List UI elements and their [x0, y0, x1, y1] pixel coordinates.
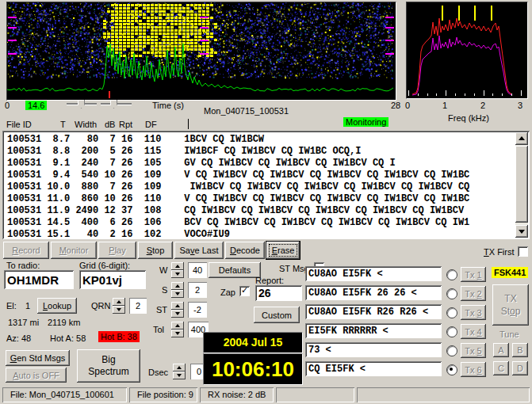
spin-up-icon: [171, 302, 184, 310]
tx-message-1-input[interactable]: [305, 266, 442, 281]
tune-a-button[interactable]: A: [493, 343, 509, 357]
defaults-button[interactable]: Defaults: [209, 262, 261, 278]
tx3-button[interactable]: Tx 3: [461, 305, 486, 320]
decode-row[interactable]: 100531 8.8 200 5 26 115 IW1BCF CQ IW1BCV…: [7, 146, 514, 158]
tune-b-button[interactable]: B: [512, 343, 528, 357]
tune-d-button[interactable]: D: [512, 361, 528, 375]
big-spectrum-line1: Big: [101, 354, 115, 365]
waterfall-display[interactable]: [7, 2, 394, 98]
tx-message-2-input[interactable]: [305, 285, 442, 300]
big-spectrum-button[interactable]: BigSpectrum: [77, 349, 140, 383]
wsjt-main-window: 0 14.6 Time (s) Mon_040715_100531 28 0 1…: [0, 0, 532, 404]
w-value[interactable]: 40: [188, 262, 207, 278]
status-file-position: File position: 9 s: [129, 387, 197, 402]
tx5-button[interactable]: Tx 5: [461, 343, 486, 358]
spin-up-icon: [171, 322, 184, 330]
st-spinner[interactable]: [171, 302, 184, 318]
s-spinner-label: S: [162, 285, 167, 295]
mode-badge: FSK441: [492, 267, 528, 278]
w-spinner[interactable]: [171, 262, 184, 278]
tx6-button[interactable]: Tx 6: [461, 362, 486, 377]
time-cursor-value: 14.6: [25, 101, 47, 110]
tx-message-6-radio[interactable]: [446, 364, 457, 375]
big-spectrum-line2: Spectrum: [88, 366, 128, 377]
tx-message-4-input[interactable]: [305, 323, 442, 338]
tune-label: Tune: [499, 330, 519, 339]
freq-tick-0: 0: [405, 101, 410, 110]
tx-message-6-input[interactable]: [305, 361, 442, 376]
decode-row[interactable]: 100531 11.9 2490 12 37 108 CQ IW1BCV CQ …: [7, 205, 514, 217]
zero-slider-thumb[interactable]: [110, 100, 117, 109]
to-radio-input[interactable]: [4, 270, 74, 289]
tx4-button[interactable]: Tx 4: [461, 324, 486, 339]
decode-row[interactable]: 100531 8.7 80 7 16 110 1BCV CQ IW1BCW: [7, 134, 514, 146]
date-display: 2004 Jul 15: [203, 332, 303, 353]
stop-button[interactable]: Stop: [138, 242, 173, 259]
st-spinner-label: ST: [156, 305, 167, 314]
qrn-spinner-label: QRN: [91, 301, 110, 311]
qrn-value[interactable]: 2: [129, 298, 147, 314]
tx-message-5-radio[interactable]: [446, 345, 457, 356]
dsec-spinner[interactable]: [173, 364, 186, 379]
decode-button[interactable]: Decode: [225, 242, 265, 259]
tx-message-3-input[interactable]: [305, 304, 442, 319]
decode-row[interactable]: 100531 11.0 860 10 26 110 V CQ IW1BCV CQ…: [7, 193, 514, 205]
scrollbar-thumb[interactable]: [515, 146, 528, 223]
col-header-width: Width: [75, 120, 97, 129]
tol-spinner[interactable]: [171, 322, 184, 337]
status-file: File: Mon_040715_100601: [2, 387, 127, 402]
to-radio-label: To radio:: [6, 261, 40, 270]
tx1-button[interactable]: Tx 1: [461, 267, 486, 282]
col-header-t: T: [60, 120, 66, 129]
tx-stop-button[interactable]: TXStop: [492, 284, 529, 326]
scroll-down-icon[interactable]: [515, 225, 528, 238]
scroll-up-icon[interactable]: [515, 132, 528, 145]
report-label: Report:: [255, 276, 284, 285]
save-last-button[interactable]: Save Last: [174, 242, 224, 259]
spin-down-icon: [171, 330, 184, 337]
grid-label: Grid (6-digit):: [79, 261, 130, 270]
dsec-spinner-label: Dsec: [148, 368, 168, 377]
st-value[interactable]: -2: [188, 302, 207, 318]
decode-row[interactable]: 100531 14.5 400 6 26 106 BCV CQ IW1BCV C…: [7, 217, 514, 229]
tx-first-checkbox[interactable]: [518, 246, 528, 257]
status-extra-1: [276, 387, 354, 402]
erase-button[interactable]: Erase: [266, 242, 300, 259]
report-input[interactable]: [255, 285, 302, 301]
tune-c-button[interactable]: C: [493, 361, 509, 375]
auto-button[interactable]: Auto is OFF: [6, 368, 67, 383]
zap-checkbox[interactable]: [239, 286, 250, 296]
tx-message-4-radio[interactable]: [446, 326, 457, 337]
record-button[interactable]: Record: [3, 242, 49, 259]
tx-message-1-radio[interactable]: [446, 269, 457, 280]
time-axis-start: 0: [5, 101, 10, 110]
tx-first-label: TX First: [484, 247, 515, 257]
gen-std-msgs-button[interactable]: Gen Std Msgs: [6, 350, 70, 366]
tx-message-5-input[interactable]: [305, 342, 442, 357]
spin-down-icon: [171, 290, 184, 298]
decode-row[interactable]: 100531 15.1 40 2 16 102 VOCO#IU9: [7, 229, 514, 241]
freq-tick-1: 1: [442, 101, 447, 110]
decode-row[interactable]: 100531 10.0 880 7 26 109 IW1BCV CQ IW1BC…: [7, 181, 514, 193]
w-spinner-label: W: [159, 265, 167, 275]
custom-button[interactable]: Custom: [254, 307, 300, 323]
freq-axis-label: Freq (kHz): [448, 113, 489, 123]
hot-b-value: Hot B: 38: [98, 331, 140, 342]
spin-up-icon: [113, 298, 125, 306]
s-value[interactable]: 2: [188, 282, 207, 298]
s-spinner[interactable]: [171, 282, 184, 298]
decode-row[interactable]: 100531 9.1 240 7 26 105 GV CQ IW1BCV CQ …: [7, 158, 514, 170]
tx-message-3-radio[interactable]: [446, 307, 457, 318]
decode-scrollbar[interactable]: [515, 132, 528, 238]
grid-input[interactable]: [79, 270, 146, 289]
col-header-df: DF: [145, 120, 157, 129]
tx2-button[interactable]: Tx 2: [461, 286, 486, 301]
qrn-spinner[interactable]: [113, 298, 125, 314]
gain-slider-thumb[interactable]: [78, 100, 85, 109]
spin-up-icon: [171, 262, 184, 270]
tx-message-2-radio[interactable]: [446, 288, 457, 299]
lookup-button[interactable]: Lookup: [37, 298, 77, 314]
decode-row[interactable]: 100531 9.4 540 10 26 109 V CQ IW1BCV CQ …: [7, 170, 514, 181]
play-button[interactable]: Play: [98, 242, 136, 259]
monitor-button[interactable]: Monitor: [51, 242, 97, 259]
